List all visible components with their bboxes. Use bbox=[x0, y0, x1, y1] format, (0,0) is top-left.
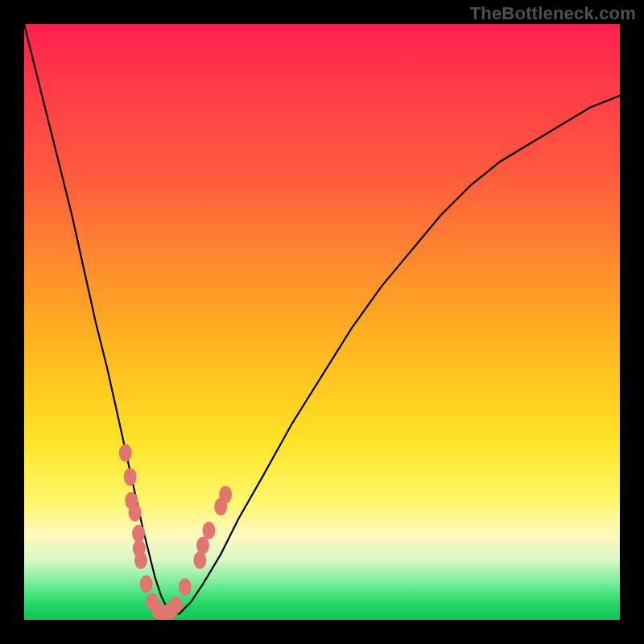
marker-dot bbox=[134, 551, 147, 569]
marker-dot bbox=[129, 504, 142, 522]
marker-dot bbox=[179, 578, 192, 596]
marker-dot bbox=[193, 551, 206, 569]
marker-dot bbox=[219, 486, 232, 504]
chart-frame: TheBottleneck.com bbox=[0, 0, 644, 644]
marker-dot bbox=[196, 537, 209, 555]
bottleneck-curve bbox=[24, 24, 620, 614]
plot-area bbox=[24, 24, 620, 620]
marker-dot bbox=[140, 576, 153, 593]
marker-dot bbox=[124, 468, 137, 485]
curve-layer bbox=[24, 24, 620, 620]
marker-dot bbox=[202, 522, 215, 539]
watermark-text: TheBottleneck.com bbox=[470, 3, 636, 24]
marker-dot bbox=[119, 444, 132, 462]
marker-dot-layer bbox=[119, 444, 232, 620]
marker-dot bbox=[170, 597, 183, 614]
